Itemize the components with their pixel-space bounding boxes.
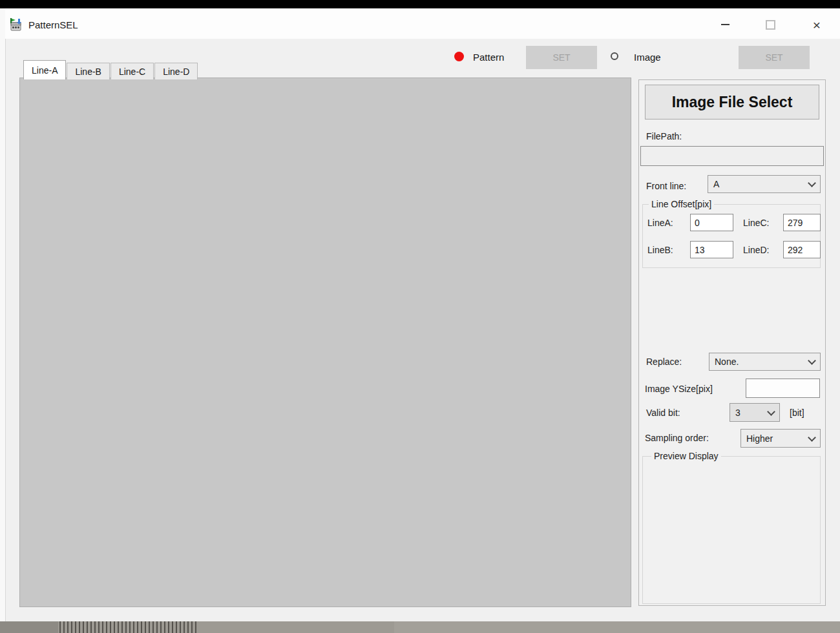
minimize-button[interactable] [710,14,740,35]
sampling-order-select[interactable]: Higher [740,429,821,448]
linec-label: LineC: [743,218,769,228]
pattern-radio[interactable] [454,52,464,61]
replace-select[interactable]: None. [709,353,821,371]
line-offset-group-label: Line Offset[pix] [649,199,714,209]
image-radio-label: Image [634,52,661,63]
front-line-select[interactable]: A [708,175,821,193]
image-set-button[interactable]: SET [739,46,810,69]
valid-bit-select[interactable]: 3 [730,403,780,422]
close-button[interactable]: × [802,14,832,35]
sampling-order-label: Sampling order: [645,433,709,443]
ysize-label: Image YSize[pix] [645,384,713,394]
front-line-value: A [713,179,719,189]
taskbar-lines [59,621,196,633]
pattern-radio-label: Pattern [473,52,504,63]
linec-input[interactable] [783,214,821,231]
replace-value: None. [715,357,739,367]
filepath-input[interactable] [640,146,824,166]
preview-display-group [642,456,821,604]
image-file-select-button[interactable]: Image File Select [645,85,819,119]
tab-line-a[interactable]: Line-A [23,60,66,79]
tab-bar: Line-A Line-B Line-C Line-D [23,60,198,79]
linea-label: LineA: [647,218,673,228]
taskbar-left-segment [0,621,58,633]
valid-bit-unit: [bit] [790,408,804,418]
lined-label: LineD: [743,245,769,255]
filepath-label: FilePath: [646,131,682,141]
valid-bit-label: Valid bit: [646,408,680,418]
window-title: PatternSEL [28,19,78,30]
sampling-order-value: Higher [746,433,773,444]
screen: PatternSEL × Pattern SET Image SET Line-… [0,0,840,633]
chevron-down-icon [808,357,816,365]
replace-label: Replace: [646,357,682,367]
tab-line-c[interactable]: Line-C [110,63,154,79]
lineb-input[interactable] [690,241,733,258]
linea-input[interactable] [690,214,733,231]
chevron-down-icon [808,179,816,187]
pattern-tab-page [19,78,631,607]
valid-bit-value: 3 [735,408,740,418]
tab-line-d[interactable]: Line-D [154,63,198,79]
close-icon: × [813,18,821,32]
background-top-bar [0,0,840,8]
minimize-icon [721,24,730,25]
taskbar-right-segment [394,621,840,633]
chevron-down-icon [808,433,816,442]
app-icon [9,17,23,32]
pattern-set-button[interactable]: SET [526,46,597,69]
maximize-icon [766,20,775,30]
maximize-button[interactable] [755,14,785,35]
lineb-label: LineB: [647,245,673,255]
front-line-label: Front line: [646,181,686,191]
image-radio[interactable] [611,52,618,60]
ysize-input[interactable] [746,379,820,398]
tab-line-b[interactable]: Line-B [67,63,109,79]
lined-input[interactable] [783,241,821,258]
preview-display-label: Preview Display [651,451,721,461]
chevron-down-icon [767,408,775,416]
